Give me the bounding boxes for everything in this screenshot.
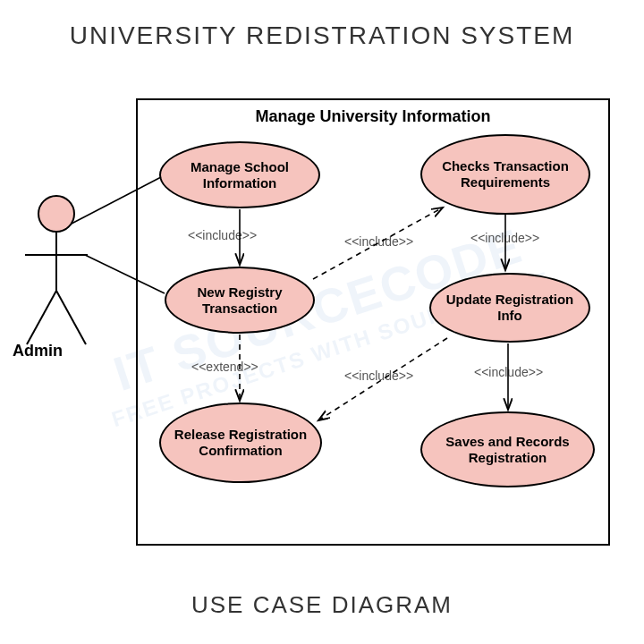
usecase-label: Saves and Records Registration [435,434,580,466]
system-boundary-label: Manage University Information [138,107,608,126]
usecase-checks-transaction-requirements: Checks Transaction Requirements [420,134,590,215]
usecase-label: Release Registration Confirmation [174,427,308,459]
page-title: UNIVERSITY REDISTRATION SYSTEM [0,21,644,50]
usecase-label: Checks Transaction Requirements [435,158,576,191]
svg-point-0 [38,196,74,232]
actor-admin-label: Admin [13,342,63,360]
usecase-label: Manage School Information [174,159,306,191]
usecase-label: Update Registration Info [444,292,576,324]
stereotype-extend: <<extend>> [191,360,258,374]
svg-line-4 [56,291,86,344]
svg-line-3 [27,291,56,344]
stereotype-include-6: <<include>> [474,365,543,379]
stereotype-include-2: <<include>> [344,234,413,249]
usecase-label: New Registry Transaction [179,284,301,317]
actor-admin-icon [16,192,97,353]
stereotype-include-4: <<include>> [470,231,539,245]
usecase-saves-records-registration: Saves and Records Registration [420,411,595,487]
usecase-update-registration-info: Update Registration Info [429,273,590,343]
usecase-release-registration-confirmation: Release Registration Confirmation [159,402,322,483]
diagram-type-label: USE CASE DIAGRAM [0,591,644,619]
usecase-new-registry-transaction: New Registry Transaction [165,267,315,334]
usecase-manage-school-info: Manage School Information [159,141,320,208]
stereotype-include-5: <<include>> [344,369,413,383]
stereotype-include-1: <<include>> [188,228,257,242]
